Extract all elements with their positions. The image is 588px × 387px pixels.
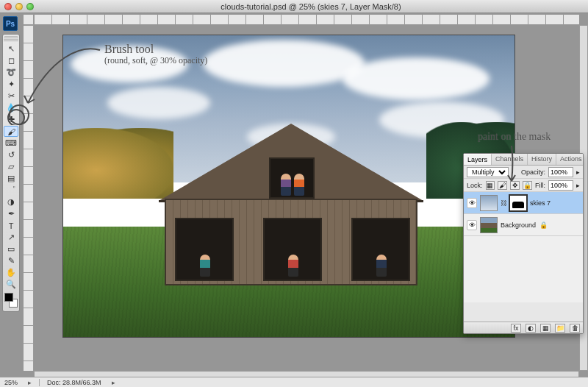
app-badge: Ps	[3, 16, 18, 31]
panel-footer-button-2[interactable]: ▦	[540, 324, 551, 333]
panel-footer-button-0[interactable]: fx	[511, 324, 521, 333]
tab-history[interactable]: History	[528, 154, 556, 165]
zoom-tool[interactable]: 🔍	[4, 279, 18, 290]
ruler-origin[interactable]	[24, 15, 34, 25]
lasso-tool[interactable]: ➰	[4, 67, 18, 78]
visibility-toggle[interactable]: 👁	[467, 220, 477, 230]
path-tool[interactable]: ↗	[4, 232, 18, 243]
color-swatches[interactable]	[4, 292, 18, 308]
panel-footer-button-4[interactable]: 🗑	[570, 324, 580, 333]
status-docinfo[interactable]: Doc: 28.8M/66.3M	[47, 379, 101, 386]
ruler-vertical[interactable]	[24, 25, 34, 371]
image-barn	[159, 124, 423, 289]
eyedropper-tool[interactable]: 💧	[4, 102, 18, 113]
opacity-input[interactable]	[548, 167, 573, 177]
hand-tool[interactable]: ✋	[4, 267, 18, 278]
layer-thumbnail[interactable]	[480, 195, 498, 211]
panel-blend-row: Multiply Opacity: ▸	[464, 166, 583, 179]
lock-pixels-button[interactable]: 🖌	[498, 181, 507, 190]
fill-input[interactable]	[548, 180, 573, 191]
wand-tool[interactable]: ✦	[4, 79, 18, 90]
dodge-tool[interactable]: ◑	[4, 196, 18, 207]
layers-panel: LayersChannelsHistoryActionsPaths× Multi…	[463, 153, 584, 334]
panel-footer-button-1[interactable]: ◐	[526, 324, 536, 333]
layer-name[interactable]: Background	[501, 221, 536, 229]
fill-label: Fill:	[535, 182, 545, 189]
toolbox-grip[interactable]	[4, 36, 18, 42]
lock-label: Lock:	[467, 182, 483, 189]
document-artboard[interactable]	[63, 35, 514, 337]
layer-row[interactable]: 👁⛓skies 7	[464, 192, 583, 214]
shape-tool[interactable]: ▭	[4, 244, 18, 255]
close-button[interactable]	[4, 3, 12, 10]
layer-name[interactable]: skies 7	[530, 199, 551, 207]
window-titlebar: clouds-tutorial.psd @ 25% (skies 7, Laye…	[0, 0, 588, 13]
zoom-button[interactable]	[26, 3, 34, 10]
traffic-lights	[4, 3, 34, 10]
notes-tool[interactable]: ✎	[4, 255, 18, 266]
image-trees-left	[63, 128, 173, 199]
foreground-color-swatch[interactable]	[4, 293, 13, 302]
window-title: clouds-tutorial.psd @ 25% (skies 7, Laye…	[34, 2, 588, 11]
lock-transparency-button[interactable]: ▦	[486, 181, 495, 190]
tab-channels[interactable]: Channels	[492, 154, 528, 165]
fill-flyout-icon[interactable]: ▸	[576, 182, 580, 189]
layer-mask-thumbnail[interactable]	[509, 195, 527, 211]
blend-mode-select[interactable]: Multiply	[467, 167, 509, 177]
move-tool[interactable]: ↖	[4, 43, 18, 54]
tab-layers[interactable]: Layers	[464, 154, 492, 165]
opacity-label: Opacity:	[521, 168, 545, 176]
pen-tool[interactable]: ✒	[4, 208, 18, 219]
healing-tool[interactable]: ✚	[4, 114, 18, 125]
ruler-horizontal[interactable]	[34, 15, 579, 25]
toolbox: ↖◻➰✦✂💧✚🖌⌨↺▱▤゜◑✒T↗▭✎✋🔍	[2, 34, 20, 312]
panel-lock-row: Lock: ▦ 🖌 ✥ 🔒 Fill: ▸	[464, 179, 583, 192]
status-zoom-menu-icon[interactable]: ▸	[28, 379, 32, 386]
stamp-tool[interactable]: ⌨	[4, 138, 18, 149]
layer-thumbnail[interactable]	[480, 217, 498, 233]
status-zoom[interactable]: 25%	[4, 379, 18, 386]
visibility-toggle[interactable]: 👁	[467, 198, 477, 208]
lock-all-button[interactable]: 🔒	[523, 181, 532, 190]
lock-icon: 🔒	[539, 221, 548, 229]
panel-footer-button-3[interactable]: 📁	[555, 324, 565, 333]
marquee-tool[interactable]: ◻	[4, 55, 18, 66]
blur-tool[interactable]: ゜	[4, 185, 18, 196]
layer-row[interactable]: 👁Background🔒	[464, 214, 583, 236]
status-docinfo-menu-icon[interactable]: ▸	[112, 379, 115, 386]
lock-position-button[interactable]: ✥	[510, 181, 520, 190]
panel-footer: fx◐▦📁🗑	[464, 322, 583, 333]
eraser-tool[interactable]: ▱	[4, 161, 18, 172]
brush-tool[interactable]: 🖌	[4, 126, 18, 137]
link-icon[interactable]: ⛓	[501, 199, 506, 207]
status-bar: 25% ▸ Doc: 28.8M/66.3M ▸	[0, 377, 588, 387]
gradient-tool[interactable]: ▤	[4, 173, 18, 184]
layers-list: 👁⛓skies 7👁Background🔒	[464, 192, 583, 302]
crop-tool[interactable]: ✂	[4, 90, 18, 102]
minimize-button[interactable]	[15, 3, 23, 10]
history-tool[interactable]: ↺	[4, 149, 18, 160]
tab-actions[interactable]: Actions	[556, 154, 584, 165]
opacity-flyout-icon[interactable]: ▸	[576, 168, 580, 176]
panel-tabs: LayersChannelsHistoryActionsPaths×	[464, 154, 583, 166]
type-tool[interactable]: T	[4, 220, 18, 231]
